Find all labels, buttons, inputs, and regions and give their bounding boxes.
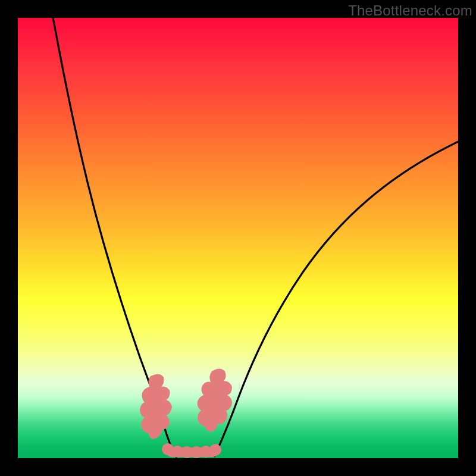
plot-area: [18, 18, 458, 458]
chart-stage: TheBottleneck.com: [0, 0, 476, 476]
attribution-text: TheBottleneck.com: [348, 2, 472, 19]
gradient-background: [18, 18, 458, 458]
